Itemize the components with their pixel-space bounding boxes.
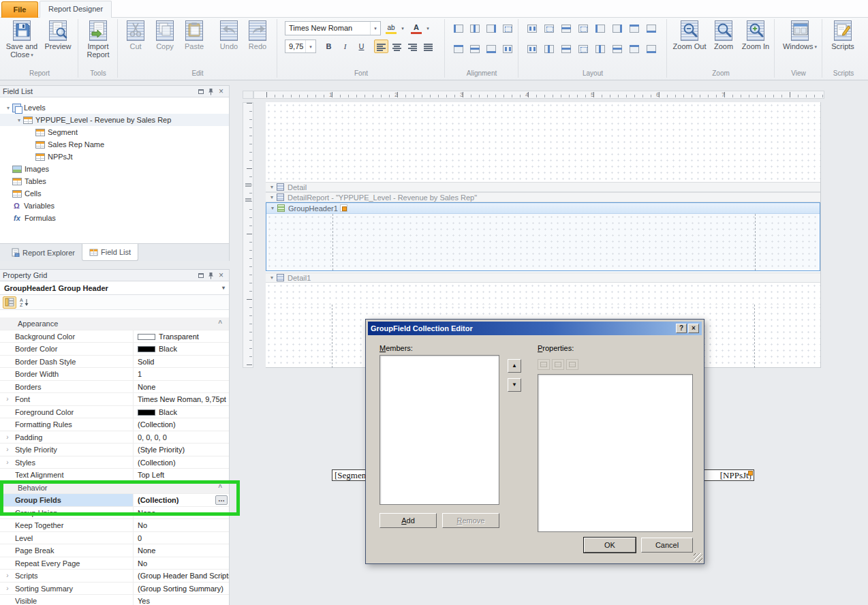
align-right-button[interactable] (405, 40, 420, 53)
align-to-grid-icon[interactable] (500, 22, 515, 37)
property-value[interactable]: 1 (133, 368, 229, 380)
band-caption-detail[interactable]: Detail (266, 182, 820, 192)
scripts-button[interactable]: Scripts (826, 19, 860, 68)
center-horizontally-icon[interactable] (593, 42, 608, 57)
property-value[interactable]: No (133, 557, 229, 570)
combo-arrow-icon[interactable] (222, 285, 225, 291)
font-size-combo[interactable]: 9,75 (285, 40, 316, 53)
windows-button[interactable]: Windows (781, 19, 819, 68)
property-row-foreground-color[interactable]: Foreground Color Black (0, 406, 229, 419)
align-middles-icon[interactable] (467, 42, 482, 57)
move-down-button[interactable]: ▼ (508, 378, 521, 392)
collapse-icon[interactable] (218, 317, 222, 329)
cancel-button[interactable]: Cancel (641, 538, 693, 553)
band-caption-detail-report[interactable]: DetailReport - "YPPUPE_Level - Revenue b… (266, 192, 820, 202)
property-value[interactable]: Transparent (133, 330, 229, 343)
property-row-formatting-rules[interactable]: Formatting Rules (Collection) (0, 418, 229, 431)
paste-button[interactable]: Paste (180, 19, 208, 68)
bold-button[interactable]: B (322, 40, 336, 53)
add-button[interactable]: Add (379, 513, 437, 528)
tab-report-designer[interactable]: Report Designer (40, 1, 112, 18)
v-spacing-decrease-icon[interactable] (559, 42, 574, 57)
help-button[interactable]: ? (676, 324, 687, 333)
expand-icon[interactable] (0, 570, 15, 582)
property-value[interactable]: Yes (133, 595, 229, 605)
property-value[interactable]: (Style Priority) (133, 444, 229, 456)
property-value[interactable]: (Group Header Band Scripts) (133, 570, 229, 582)
band-caret-icon[interactable] (270, 184, 273, 190)
horizontal-ruler[interactable]: 1 2 3 4 5 6 7 (253, 91, 824, 99)
dropdown-arrow-icon[interactable] (399, 21, 407, 35)
send-to-back-icon[interactable] (644, 42, 659, 57)
property-row-page-break[interactable]: Page Break None (0, 544, 229, 557)
vertical-ruler[interactable] (243, 102, 253, 368)
v-spacing-increase-icon[interactable] (542, 42, 557, 57)
same-width-icon[interactable] (525, 22, 540, 37)
tree-item-levels[interactable]: Levels (0, 102, 229, 114)
expand-icon[interactable] (0, 456, 15, 469)
property-row-text-alignment[interactable]: Text Alignment Top Left (0, 469, 229, 482)
size-to-grid-icon[interactable] (542, 22, 557, 37)
property-value[interactable]: 0 (133, 532, 229, 544)
property-row-sorting-summary[interactable]: Sorting Summary (Group Sorting Summary) (0, 583, 229, 595)
members-listbox[interactable] (379, 355, 499, 505)
property-row-border-color[interactable]: Border Color Black (0, 343, 229, 356)
smart-tag-icon[interactable] (748, 471, 753, 476)
property-value[interactable]: 0, 0, 0, 0 (133, 431, 229, 444)
zoom-in-button[interactable]: Zoom In (740, 19, 771, 68)
band-caret-icon[interactable] (271, 205, 274, 211)
font-name-combo[interactable]: Times New Roman (285, 21, 381, 35)
zoom-button[interactable]: Zoom (709, 19, 739, 68)
italic-button[interactable]: I (338, 40, 352, 53)
property-row-repeat-every-page[interactable]: Repeat Every Page No (0, 557, 229, 570)
copy-button[interactable]: Copy (151, 19, 179, 68)
combo-arrow-icon[interactable] (305, 40, 315, 52)
align-bottoms-icon[interactable] (484, 42, 499, 57)
property-value[interactable]: (Collection) (133, 418, 229, 431)
property-value[interactable]: Times New Roman, 9,75pt (133, 393, 229, 405)
property-row-visible[interactable]: Visible Yes (0, 595, 229, 605)
tree-item-nppsjt[interactable]: NPPsJt (0, 151, 229, 163)
chevron-down-icon[interactable] (15, 117, 23, 123)
tab-field-list[interactable]: Field List (82, 244, 138, 261)
smart-tag-icon[interactable] (340, 204, 347, 212)
text-highlight-button[interactable]: ab (384, 21, 407, 35)
property-value[interactable]: None (133, 381, 229, 393)
top-margin-band[interactable] (266, 102, 820, 182)
remove-button[interactable]: Remove (442, 513, 499, 528)
dialog-titlebar[interactable]: GroupField Collection Editor ? × (368, 322, 702, 335)
property-row-border-dash-style[interactable]: Border Dash Style Solid (0, 356, 229, 369)
save-and-close-button[interactable]: Save and Close (4, 19, 40, 68)
bring-to-front-icon[interactable] (627, 42, 642, 57)
properties-panel[interactable] (538, 374, 693, 532)
property-category-appearance[interactable]: Appearance (0, 317, 229, 330)
h-spacing-remove-icon[interactable] (644, 22, 659, 37)
v-spacing-equal-icon[interactable] (525, 42, 540, 57)
align-center-button[interactable] (390, 40, 404, 53)
expand-icon[interactable] (0, 431, 15, 444)
tree-item-cells[interactable]: Cells (0, 187, 229, 200)
property-row-background-color[interactable]: Background Color Transparent (0, 330, 229, 343)
group-header-band-selected[interactable]: GroupHeader1 (266, 202, 820, 271)
band-handle[interactable] (245, 198, 251, 202)
combo-arrow-icon[interactable] (370, 22, 380, 35)
tree-item-images[interactable]: Images (0, 163, 229, 175)
font-color-button[interactable]: A (409, 21, 432, 35)
chevron-down-icon[interactable] (4, 105, 12, 111)
align-left-button[interactable] (374, 40, 388, 53)
expand-icon[interactable] (0, 393, 15, 405)
band-caret-icon[interactable] (270, 194, 273, 200)
alphabetical-sort-button[interactable]: AZ (18, 296, 31, 309)
property-row-border-width[interactable]: Border Width 1 (0, 368, 229, 381)
tree-item-formulas[interactable]: Formulas (0, 212, 229, 224)
file-tab[interactable]: File (1, 1, 38, 18)
close-button[interactable]: × (688, 324, 699, 333)
zoom-out-button[interactable]: Zoom Out (672, 19, 707, 68)
property-value[interactable]: None (133, 544, 229, 557)
autohide-pin-button[interactable] (206, 270, 216, 280)
h-spacing-equal-icon[interactable] (593, 22, 608, 37)
tree-item-sales-rep-name[interactable]: Sales Rep Name (0, 138, 229, 151)
cut-button[interactable]: Cut (123, 19, 149, 68)
center-vertically-icon[interactable] (610, 42, 625, 57)
align-tops-icon[interactable] (451, 42, 466, 57)
